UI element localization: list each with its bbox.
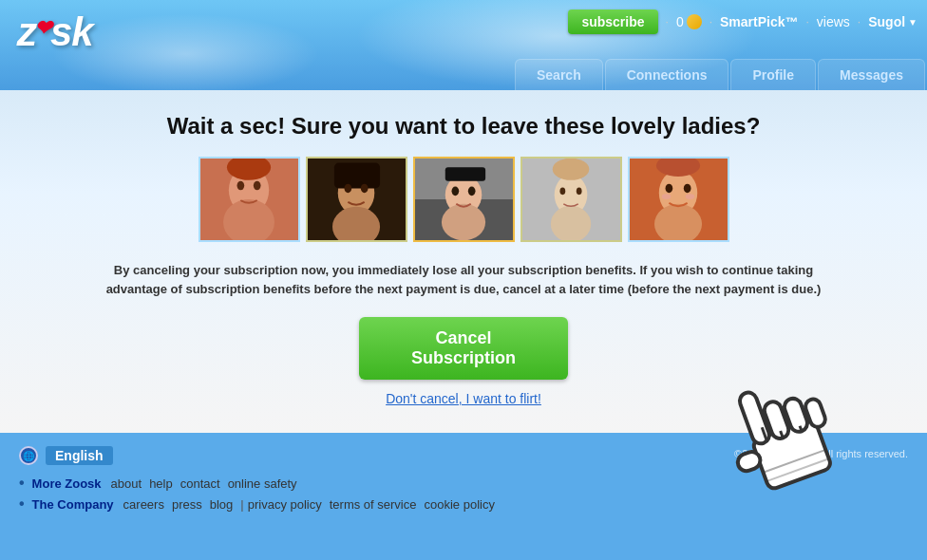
- coin-area: 0: [676, 14, 702, 29]
- subscribe-button[interactable]: subscribe: [568, 9, 657, 34]
- footer-link-cookie[interactable]: cookie policy: [424, 497, 494, 512]
- page-title: Wait a sec! Sure you want to leave these…: [38, 113, 889, 140]
- copyright-text: ©2013 Zoosk, Inc. All rights reserved.: [734, 448, 908, 459]
- photo-1-image: [200, 159, 298, 240]
- tab-connections[interactable]: Connections: [605, 59, 729, 90]
- footer-link-terms[interactable]: terms of service: [330, 497, 417, 512]
- svg-point-23: [559, 187, 565, 195]
- footer-link-online-safety[interactable]: online safety: [228, 476, 297, 491]
- photo-4-image: [522, 159, 620, 240]
- footer-link-about[interactable]: about: [111, 476, 142, 491]
- photo-3-image: [415, 159, 513, 240]
- svg-point-4: [253, 181, 260, 191]
- svg-rect-9: [333, 162, 379, 188]
- logo-rest: sk: [50, 9, 93, 55]
- logo-area: z ❤ sk: [17, 9, 93, 55]
- more-zoosk-label: More Zoosk: [32, 476, 102, 491]
- cancel-subscription-button[interactable]: Cancel Subscription: [359, 317, 568, 380]
- main-content: Wait a sec! Sure you want to leave these…: [0, 90, 927, 433]
- tab-search[interactable]: Search: [515, 59, 603, 90]
- profile-photos-row: [38, 157, 889, 242]
- coin-icon: [687, 14, 702, 29]
- user-menu[interactable]: Sugol ▼: [868, 14, 918, 29]
- header-right: subscribe · 0 · SmartPick™ · views · Sug…: [568, 9, 918, 34]
- tab-profile[interactable]: Profile: [730, 59, 816, 90]
- globe-icon: 🌐: [19, 446, 38, 465]
- logo-heart-icon: ❤: [34, 16, 50, 41]
- footer-link-contact[interactable]: contact: [180, 476, 220, 491]
- coin-count: 0: [676, 14, 684, 29]
- smartpick-label[interactable]: SmartPick™: [720, 14, 798, 29]
- footer-link-press[interactable]: press: [172, 497, 202, 512]
- svg-point-18: [467, 187, 475, 196]
- svg-point-3: [236, 181, 244, 191]
- logo-z: z: [17, 9, 36, 55]
- tab-messages[interactable]: Messages: [818, 59, 925, 90]
- bullet-2: •: [19, 495, 25, 513]
- svg-point-10: [344, 184, 351, 194]
- username-label: Sugol: [868, 14, 905, 29]
- svg-point-32: [685, 194, 694, 199]
- svg-rect-16: [445, 167, 484, 180]
- header: z ❤ sk subscribe · 0 · SmartPick™ · view…: [0, 0, 927, 90]
- footer-link-blog[interactable]: blog: [210, 497, 234, 512]
- svg-point-21: [550, 206, 590, 242]
- zoosk-logo[interactable]: z ❤ sk: [17, 9, 93, 55]
- main-nav: Search Connections Profile Messages: [515, 59, 927, 90]
- svg-point-11: [360, 184, 368, 194]
- dot-separator-4: ·: [858, 15, 861, 28]
- profile-photo-3: [413, 157, 515, 242]
- dont-cancel-link[interactable]: Don't cancel, I want to flirt!: [38, 391, 889, 406]
- svg-point-31: [661, 194, 671, 199]
- chevron-down-icon: ▼: [908, 17, 918, 28]
- svg-point-15: [441, 204, 484, 241]
- profile-photo-2: [306, 157, 407, 242]
- dot-separator-2: ·: [709, 15, 712, 28]
- svg-point-24: [576, 187, 581, 195]
- profile-photo-5: [628, 157, 729, 242]
- svg-point-17: [451, 187, 459, 196]
- bullet-1: •: [19, 475, 25, 492]
- footer: 🌐 English ©2013 Zoosk, Inc. All rights r…: [0, 433, 927, 524]
- svg-point-30: [683, 184, 691, 194]
- subscription-warning-text: By canceling your subscription now, you …: [103, 261, 824, 298]
- svg-point-22: [552, 159, 589, 180]
- views-link[interactable]: views: [817, 14, 850, 29]
- profile-photo-1: [199, 157, 300, 242]
- pipe-separator: |: [240, 497, 243, 512]
- footer-link-help[interactable]: help: [149, 476, 173, 491]
- dot-separator-3: ·: [806, 15, 809, 28]
- footer-link-privacy[interactable]: privacy policy: [248, 497, 322, 512]
- company-label: The Company: [32, 497, 114, 512]
- photo-5-image: [630, 159, 728, 240]
- footer-link-careers[interactable]: careers: [123, 497, 164, 512]
- svg-point-29: [665, 184, 672, 194]
- profile-photo-4: [520, 157, 622, 242]
- dot-separator-1: ·: [666, 15, 669, 28]
- language-label[interactable]: English: [46, 446, 113, 465]
- company-row: • The Company careers press blog | priva…: [19, 495, 908, 513]
- more-zoosk-row: • More Zoosk about help contact online s…: [19, 475, 908, 492]
- photo-2-image: [308, 159, 406, 240]
